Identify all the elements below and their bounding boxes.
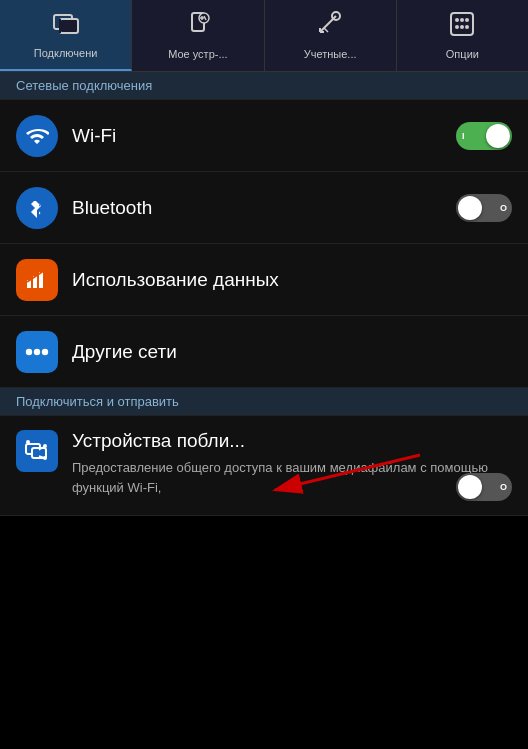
data-usage-icon	[25, 268, 49, 292]
nearby-text-block: Устройства побли... Предоставление общег…	[72, 430, 512, 497]
svg-point-17	[455, 25, 459, 29]
bluetooth-icon	[27, 196, 47, 220]
other-networks-label: Другие сети	[72, 341, 512, 363]
nearby-desc: Предоставление общего доступа к вашим ме…	[72, 458, 512, 497]
tab-bar: Подключени Мое устр-... Уче	[0, 0, 528, 72]
svg-point-25	[34, 348, 40, 354]
tab-accounts[interactable]: Учетные...	[265, 0, 397, 71]
svg-point-31	[43, 444, 47, 448]
options-icon	[448, 10, 476, 44]
svg-point-33	[26, 440, 30, 444]
nearby-devices-row[interactable]: Устройства побли... Предоставление общег…	[0, 416, 528, 516]
tab-connections[interactable]: Подключени	[0, 0, 132, 71]
connections-icon	[52, 9, 80, 43]
accounts-icon	[316, 10, 344, 44]
device-icon	[184, 10, 212, 44]
tab-options-label: Опции	[446, 48, 479, 61]
svg-point-32	[43, 456, 47, 460]
svg-point-23	[43, 268, 47, 272]
nearby-devices-icon	[24, 438, 50, 464]
svg-point-14	[455, 18, 459, 22]
svg-point-19	[465, 25, 469, 29]
nearby-title: Устройства побли...	[72, 430, 512, 452]
svg-point-16	[465, 18, 469, 22]
nearby-icon-wrap	[16, 430, 58, 472]
svg-point-15	[460, 18, 464, 22]
svg-rect-1	[60, 19, 78, 33]
tab-accounts-label: Учетные...	[304, 48, 357, 61]
data-usage-row[interactable]: Использование данных	[0, 244, 528, 316]
bluetooth-label: Bluetooth	[72, 197, 456, 219]
wifi-icon	[25, 124, 49, 148]
other-networks-row[interactable]: Другие сети	[0, 316, 528, 388]
bluetooth-icon-wrap	[16, 187, 58, 229]
other-networks-icon-wrap	[16, 331, 58, 373]
tab-connections-label: Подключени	[34, 47, 98, 60]
wifi-label: Wi-Fi	[72, 125, 456, 147]
tab-my-device-label: Мое устр-...	[168, 48, 227, 61]
svg-point-24	[26, 348, 32, 354]
svg-rect-13	[451, 13, 473, 35]
svg-point-18	[460, 25, 464, 29]
svg-line-12	[324, 28, 328, 32]
tab-my-device[interactable]: Мое устр-...	[132, 0, 264, 71]
data-icon-wrap	[16, 259, 58, 301]
bluetooth-toggle[interactable]: O	[456, 194, 512, 222]
other-networks-icon	[25, 344, 49, 360]
connect-section-header: Подключиться и отправить	[0, 388, 528, 416]
wifi-row[interactable]: Wi-Fi I	[0, 100, 528, 172]
svg-point-26	[42, 348, 48, 354]
bluetooth-row[interactable]: Bluetooth O	[0, 172, 528, 244]
wifi-icon-wrap	[16, 115, 58, 157]
nearby-toggle[interactable]: O	[456, 473, 512, 501]
tab-options[interactable]: Опции	[397, 0, 528, 71]
data-usage-label: Использование данных	[72, 269, 512, 291]
network-section-header: Сетевые подключения	[0, 72, 528, 100]
wifi-toggle[interactable]: I	[456, 122, 512, 150]
